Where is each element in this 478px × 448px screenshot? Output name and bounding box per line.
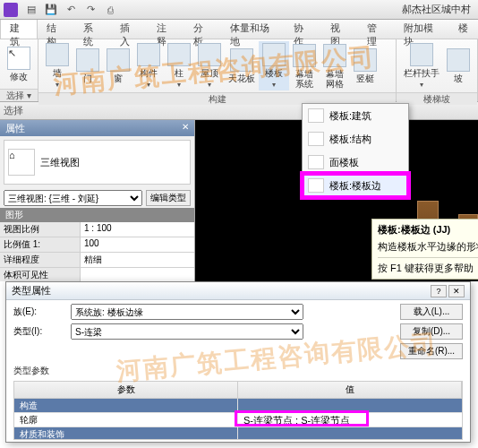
properties-table: 视图比例1 : 100 比例值 1:100 详细程度精细 体积可见性 — [0, 222, 194, 281]
tab-manage[interactable]: 管理 — [358, 20, 395, 39]
menu-floor-face[interactable]: 面楼板 — [303, 151, 408, 174]
tab-annotate[interactable]: 注释 — [148, 20, 184, 39]
dialog-title: 类型属性 — [12, 284, 51, 297]
tab-systems[interactable]: 系统 — [74, 20, 111, 39]
type-properties-dialog: 类型属性 ? ✕ 族(E): 系统族: 楼板边缘 载入(L)... 类型(I):… — [5, 281, 471, 443]
railing-icon — [410, 43, 433, 66]
type-params-label: 类型参数 — [6, 363, 470, 379]
project-title: 郝杰社区城中村 — [402, 3, 474, 16]
floor-icon — [262, 43, 286, 66]
railing-button[interactable]: 栏杆扶手 — [400, 41, 443, 90]
menu-floor-arch[interactable]: 楼板:建筑 — [303, 104, 408, 127]
type-select[interactable]: S-连梁 — [71, 323, 303, 340]
copy-button[interactable]: 复制(D)... — [400, 323, 463, 340]
view-instance-select[interactable]: 三维视图: {三维 - 刘延} — [4, 190, 142, 206]
window-icon — [107, 48, 130, 72]
roof-button[interactable]: 屋顶 — [194, 41, 225, 90]
qat-print-icon[interactable]: ⎙ — [101, 2, 119, 18]
menu-floor-slab-edge[interactable]: 楼板:楼板边 — [303, 174, 408, 197]
ribbon-group-build: 墙 门 窗 构件 柱 屋顶 天花板 楼板 幕墙 系统 幕墙 网格 竖梃 构建 — [38, 39, 397, 101]
column-icon — [167, 43, 191, 66]
qat-undo-icon[interactable]: ↶ — [62, 2, 80, 18]
row-profile[interactable]: 轮廓S-连梁节点 : S-连梁节点 — [14, 413, 462, 427]
type-selector[interactable]: ⌂ 三维视图 — [4, 140, 191, 185]
table-header: 参数 值 — [14, 382, 462, 399]
chevron-down-icon — [177, 78, 181, 89]
menu-floor-struct[interactable]: 楼板:结构 — [303, 127, 408, 151]
prop-row-ratio[interactable]: 比例值 1:100 — [0, 237, 194, 253]
prop-row-visibility[interactable]: 体积可见性 — [0, 268, 194, 281]
tab-addins[interactable]: 附加模块 — [395, 20, 449, 39]
tab-structure[interactable]: 结构 — [38, 20, 74, 39]
tab-analyze[interactable]: 分析 — [184, 20, 221, 39]
properties-header: 属性 ✕ — [0, 120, 194, 136]
curtain-system-icon — [293, 44, 316, 67]
mullion-icon — [354, 48, 377, 72]
tab-collab[interactable]: 协作 — [285, 20, 321, 39]
group-label-select: 选择 ▾ — [0, 89, 38, 101]
tooltip-title: 楼板:楼板边 (JJ) — [378, 223, 478, 237]
column-button[interactable]: 柱 — [164, 41, 194, 90]
divider — [378, 257, 478, 258]
chevron-down-icon — [420, 78, 423, 89]
window-button[interactable]: 窗 — [103, 47, 133, 85]
chevron-down-icon — [208, 78, 211, 89]
category-material: 材质和装饰 — [14, 427, 462, 440]
ceiling-button[interactable]: 天花板 — [225, 47, 259, 85]
qat-open-icon[interactable]: ▤ — [22, 2, 40, 18]
tab-insert[interactable]: 插入 — [111, 20, 148, 39]
roof-icon — [198, 43, 221, 66]
floor-arch-icon — [308, 108, 324, 123]
col-param: 参数 — [14, 382, 238, 398]
wall-button[interactable]: 墙 — [42, 41, 73, 90]
component-button[interactable]: 构件 — [133, 41, 164, 90]
cursor-icon: ↖ — [7, 47, 30, 70]
tab-massing[interactable]: 体量和场地 — [221, 20, 285, 39]
curtain-grid-button[interactable]: 幕墙 网格 — [320, 42, 350, 90]
chevron-down-icon — [272, 78, 276, 89]
mullion-button[interactable]: 竖梃 — [350, 47, 380, 85]
door-button[interactable]: 门 — [73, 47, 103, 85]
edit-type-button[interactable]: 编辑类型 — [146, 190, 191, 206]
properties-title: 属性 — [5, 122, 25, 134]
dialog-titlebar: 类型属性 ? ✕ — [6, 282, 470, 300]
prop-category-graphics: 图形 — [0, 208, 194, 222]
wall-icon — [46, 43, 69, 66]
qat-redo-icon[interactable]: ↷ — [81, 2, 99, 18]
curtain-grid-icon — [323, 44, 346, 67]
ribbon-tabs: 建筑 结构 系统 插入 注释 分析 体量和场地 协作 视图 管理 附加模块 楼 — [0, 20, 478, 39]
family-select[interactable]: 系统族: 楼板边缘 — [71, 304, 303, 320]
floor-button[interactable]: 楼板 — [259, 41, 289, 90]
qat-save-icon[interactable]: 💾 — [42, 2, 60, 18]
ribbon-body: ↖修改 选择 ▾ 墙 门 窗 构件 柱 屋顶 天花板 楼板 幕墙 系统 幕墙 网… — [0, 39, 478, 102]
load-button[interactable]: 载入(L)... — [400, 304, 463, 320]
prop-row-detail[interactable]: 详细程度精细 — [0, 253, 194, 268]
dialog-help-icon[interactable]: ? — [431, 285, 447, 297]
app-logo-icon — [4, 3, 18, 17]
tab-architecture[interactable]: 建筑 — [0, 20, 38, 39]
tab-more[interactable]: 楼 — [449, 20, 478, 39]
category-construct: 构造 — [14, 399, 462, 413]
rename-button[interactable]: 重命名(R)... — [400, 343, 463, 359]
close-icon[interactable]: ✕ — [182, 122, 189, 134]
slope-icon — [447, 48, 470, 72]
tooltip-desc: 构造楼板水平边缘的形状。 — [378, 240, 478, 254]
view-type-label: 三维视图 — [40, 156, 80, 169]
slope-button[interactable]: 坡 — [443, 47, 474, 85]
component-icon — [137, 43, 160, 66]
ribbon-group-select: ↖修改 选择 ▾ — [0, 39, 38, 101]
modify-button[interactable]: ↖修改 — [4, 45, 34, 83]
highlight-box — [235, 439, 342, 440]
dialog-close-icon[interactable]: ✕ — [448, 285, 465, 297]
chevron-down-icon — [55, 78, 59, 89]
type-thumb-icon: ⌂ — [8, 149, 35, 176]
ceiling-icon — [230, 48, 253, 72]
type-label: 类型(I): — [13, 325, 67, 338]
prop-row-scale[interactable]: 视图比例1 : 100 — [0, 222, 194, 237]
ribbon-group-circulation: 栏杆扶手 坡 楼梯坡 — [397, 39, 478, 101]
title-bar: ▤ 💾 ↶ ↷ ⎙ 郝杰社区城中村 — [0, 0, 478, 20]
curtain-system-button[interactable]: 幕墙 系统 — [289, 42, 320, 90]
tab-view[interactable]: 视图 — [321, 20, 358, 39]
properties-panel: 属性 ✕ ⌂ 三维视图 三维视图: {三维 - 刘延} 编辑类型 图形 视图比例… — [0, 120, 195, 281]
family-label: 族(E): — [13, 306, 67, 318]
